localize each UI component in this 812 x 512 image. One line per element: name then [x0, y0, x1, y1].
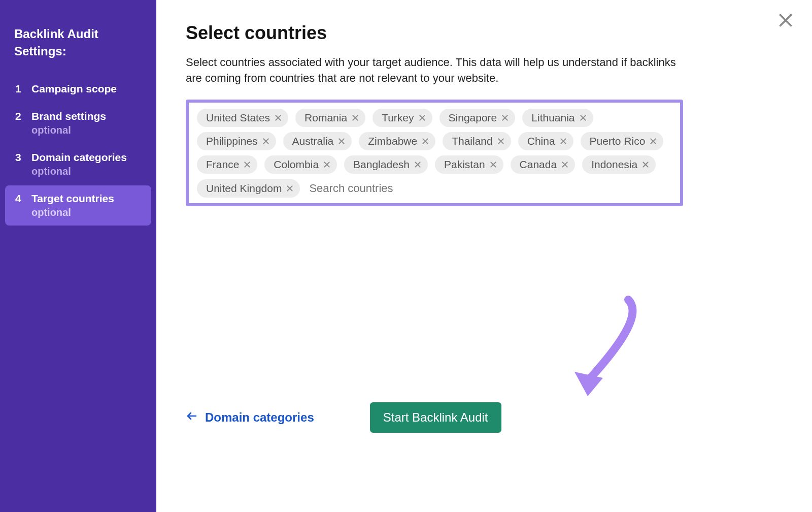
country-chip-label: Indonesia	[591, 158, 637, 171]
remove-icon[interactable]	[286, 184, 294, 193]
country-chip: Turkey	[373, 109, 432, 127]
search-input[interactable]	[307, 179, 451, 198]
remove-icon[interactable]	[418, 114, 426, 122]
back-link-label: Domain categories	[205, 410, 314, 425]
page-title: Select countries	[186, 22, 783, 44]
remove-icon[interactable]	[337, 137, 346, 145]
country-chip: United Kingdom	[197, 179, 300, 198]
country-chip-label: Bangladesh	[353, 158, 410, 171]
country-chip-label: United States	[206, 112, 270, 124]
step-optional: optional	[31, 207, 114, 218]
remove-icon[interactable]	[649, 137, 657, 145]
country-chip: Philippines	[197, 132, 276, 150]
arrow-left-icon	[186, 410, 198, 425]
main-content: Select countries Select countries associ…	[156, 0, 812, 512]
step-optional: optional	[31, 124, 106, 136]
country-chip-label: Singapore	[449, 112, 497, 124]
country-chip: Indonesia	[582, 155, 656, 174]
step-number: 4	[15, 193, 24, 205]
step-number: 2	[15, 110, 24, 122]
country-chip: Romania	[295, 109, 365, 127]
step-optional: optional	[31, 166, 127, 177]
country-chip-label: United Kingdom	[206, 182, 282, 195]
remove-icon[interactable]	[274, 114, 282, 122]
remove-icon[interactable]	[579, 114, 587, 122]
remove-icon[interactable]	[351, 114, 359, 122]
remove-icon[interactable]	[497, 137, 505, 145]
step-number: 1	[15, 83, 24, 95]
country-chip-label: Thailand	[452, 135, 493, 147]
close-button[interactable]	[776, 11, 795, 29]
country-selector[interactable]: United StatesRomaniaTurkeySingaporeLithu…	[186, 100, 683, 206]
start-audit-button[interactable]: Start Backlink Audit	[370, 402, 501, 433]
remove-icon[interactable]	[243, 161, 251, 169]
remove-icon[interactable]	[421, 137, 429, 145]
step-label: Target countries	[31, 193, 114, 205]
country-chip: Singapore	[439, 109, 516, 127]
country-chip-label: Pakistan	[444, 158, 485, 171]
sidebar-step-target-countries[interactable]: 4 Target countries optional	[5, 185, 151, 226]
country-chip: Australia	[283, 132, 352, 150]
country-chip: Zimbabwe	[359, 132, 435, 150]
country-chip-label: Lithuania	[531, 112, 574, 124]
country-chip: Bangladesh	[344, 155, 428, 174]
country-chip: Thailand	[443, 132, 511, 150]
remove-icon[interactable]	[323, 161, 331, 169]
remove-icon[interactable]	[641, 161, 650, 169]
country-chip-label: Puerto Rico	[590, 135, 646, 147]
country-chip-label: Turkey	[382, 112, 414, 124]
step-label: Campaign scope	[31, 83, 117, 95]
page-description: Select countries associated with your ta…	[186, 55, 683, 86]
sidebar-step-campaign-scope[interactable]: 1 Campaign scope	[5, 76, 151, 102]
country-chip-label: Australia	[292, 135, 334, 147]
country-chip-label: Canada	[520, 158, 557, 171]
sidebar: Backlink Audit Settings: 1 Campaign scop…	[0, 0, 156, 512]
country-chip-label: China	[527, 135, 555, 147]
remove-icon[interactable]	[262, 137, 270, 145]
country-chip: China	[518, 132, 573, 150]
country-chip-label: France	[206, 158, 239, 171]
country-chip-label: Romania	[304, 112, 347, 124]
step-label: Domain categories	[31, 151, 127, 164]
remove-icon[interactable]	[561, 161, 569, 169]
close-icon	[776, 22, 795, 31]
country-chip-label: Colombia	[274, 158, 319, 171]
country-chip: Pakistan	[435, 155, 503, 174]
sidebar-title: Backlink Audit Settings:	[0, 25, 156, 75]
remove-icon[interactable]	[489, 161, 497, 169]
country-chip: United States	[197, 109, 288, 127]
remove-icon[interactable]	[559, 137, 567, 145]
country-chip-label: Philippines	[206, 135, 258, 147]
country-chip: France	[197, 155, 257, 174]
sidebar-step-domain-categories[interactable]: 3 Domain categories optional	[5, 144, 151, 184]
country-chip: Colombia	[264, 155, 337, 174]
remove-icon[interactable]	[501, 114, 509, 122]
back-link[interactable]: Domain categories	[186, 410, 314, 425]
sidebar-step-brand-settings[interactable]: 2 Brand settings optional	[5, 103, 151, 143]
footer-bar: Domain categories Start Backlink Audit	[186, 402, 501, 433]
country-chip: Lithuania	[522, 109, 593, 127]
country-chip: Puerto Rico	[581, 132, 664, 150]
step-label: Brand settings	[31, 110, 106, 122]
country-chip-label: Zimbabwe	[368, 135, 417, 147]
country-chip: Canada	[511, 155, 576, 174]
annotation-arrow	[567, 295, 649, 401]
svg-marker-38	[574, 372, 603, 396]
remove-icon[interactable]	[414, 161, 422, 169]
step-number: 3	[15, 151, 24, 164]
